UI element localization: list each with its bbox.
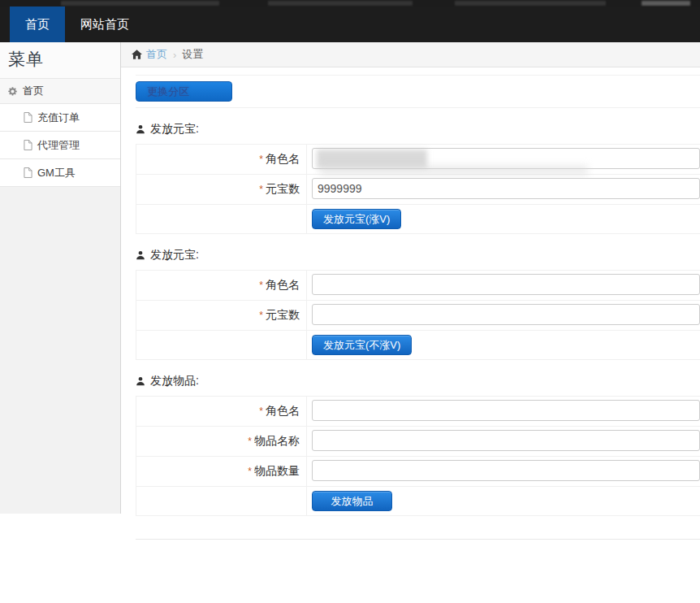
form-row: *物品名称 [136,427,700,457]
blurred-fragment [455,1,606,6]
required-asterisk: * [259,310,263,321]
breadcrumb-current: 设置 [182,47,203,62]
form-table: *角色名*元宝数发放元宝(涨V) [136,144,700,234]
sidebar: 菜单 首页充值订单代理管理GM工具 [0,42,121,514]
top-tabbar: 首页 网站首页 [0,7,700,42]
sidebar-item-home[interactable]: 首页 [0,78,120,103]
file-icon [24,112,32,123]
form-sections: 发放元宝:*角色名*元宝数发放元宝(涨V)发放元宝:*角色名*元宝数发放元宝(不… [136,122,700,516]
grant-yuanbao-vip-button[interactable]: 发放元宝(涨V) [312,209,401,229]
required-asterisk: * [259,280,263,291]
section-title: 发放元宝: [150,248,199,262]
role-name-input[interactable] [312,400,700,421]
item-quantity-input[interactable] [312,460,700,481]
form-button-row: 发放元宝(涨V) [136,205,700,233]
sidebar-item-label: GM工具 [37,166,76,180]
person-icon [136,250,145,260]
breadcrumb-separator: › [173,49,176,61]
sidebar-item-1[interactable]: 充值订单 [0,103,120,131]
required-asterisk: * [259,184,263,195]
role-name-input[interactable] [312,274,700,295]
blurred-fragment [642,1,690,6]
required-asterisk: * [248,436,252,447]
home-icon [132,50,142,59]
main-panel: 首页 › 设置 更换分区 发放元宝:*角色名*元宝数发放元宝(涨V)发放元宝:*… [121,42,700,603]
field-label: 角色名 [266,278,300,291]
yuanbao-amount-input[interactable] [312,304,700,325]
blurred-fragment [61,1,219,6]
zone-panel: 更换分区 [136,75,700,108]
button-cell: 发放元宝(不涨V) [307,331,700,359]
field-input-cell [307,457,700,486]
field-label: 物品名称 [254,434,300,447]
field-input-cell [307,271,700,300]
blurred-fragment [268,1,413,6]
tab-home[interactable]: 首页 [10,7,65,42]
empty-label-cell [136,331,307,359]
section-header: 发放物品: [136,374,700,388]
yuanbao-amount-input[interactable] [312,178,700,199]
button-cell: 发放物品 [307,487,700,515]
empty-label-cell [136,487,307,515]
file-icon [24,140,32,150]
field-label-cell: *角色名 [136,271,307,300]
empty-label-cell [136,205,307,233]
content-area: 更换分区 发放元宝:*角色名*元宝数发放元宝(涨V)发放元宝:*角色名*元宝数发… [121,67,700,540]
button-cell: 发放元宝(涨V) [307,205,700,233]
form-row: *元宝数 [136,301,700,331]
field-label-cell: *物品名称 [136,427,307,456]
section-header: 发放元宝: [136,122,700,137]
grant-item-button[interactable]: 发放物品 [312,491,392,511]
required-asterisk: * [248,466,252,477]
section-title: 发放物品: [150,374,199,388]
item-name-input[interactable] [312,430,700,451]
sidebar-filler [0,186,120,514]
grant-yuanbao-novip-button[interactable]: 发放元宝(不涨V) [312,335,412,355]
sidebar-item-label: 首页 [23,84,44,98]
top-cutoff-strip [0,0,700,7]
form-row: *角色名 [136,397,700,427]
sidebar-item-2[interactable]: 代理管理 [0,131,120,158]
form-row: *角色名 [136,271,700,301]
field-label-cell: *元宝数 [136,301,307,330]
section-title: 发放元宝: [150,122,199,137]
form-button-row: 发放元宝(不涨V) [136,331,700,359]
sidebar-item-label: 充值订单 [37,111,80,125]
breadcrumb: 首页 › 设置 [121,42,700,67]
person-icon [136,124,145,134]
bottom-divider [136,539,700,540]
field-label-cell: *角色名 [136,145,307,174]
field-label: 角色名 [266,404,300,417]
sidebar-item-3[interactable]: GM工具 [0,158,120,186]
tab-website-home[interactable]: 网站首页 [65,7,145,42]
change-zone-button[interactable]: 更换分区 [136,81,232,102]
form-row: *物品数量 [136,457,700,487]
field-label: 元宝数 [266,182,300,195]
section-header: 发放元宝: [136,248,700,262]
breadcrumb-home-link[interactable]: 首页 [146,47,167,62]
field-label-cell: *物品数量 [136,457,307,486]
field-input-cell [307,175,700,204]
sidebar-title: 菜单 [0,42,120,78]
field-input-cell [307,301,700,330]
field-label-cell: *元宝数 [136,175,307,204]
field-input-cell [307,145,700,174]
file-icon [24,167,32,178]
form-row: *元宝数 [136,175,700,205]
field-input-cell [307,427,700,456]
gear-icon [7,86,18,97]
field-label: 物品数量 [254,464,300,477]
field-label-cell: *角色名 [136,397,307,426]
role-name-input[interactable] [312,148,700,169]
sidebar-menu: 首页充值订单代理管理GM工具 [0,78,120,186]
form-table: *角色名*元宝数发放元宝(不涨V) [136,270,700,360]
form-row: *角色名 [136,145,700,175]
person-icon [136,376,145,386]
required-asterisk: * [259,406,263,417]
field-input-cell [307,397,700,426]
field-label: 元宝数 [266,308,300,321]
form-button-row: 发放物品 [136,487,700,515]
sidebar-item-label: 代理管理 [37,138,80,153]
form-table: *角色名*物品名称*物品数量发放物品 [136,396,700,516]
field-label: 角色名 [266,152,300,165]
